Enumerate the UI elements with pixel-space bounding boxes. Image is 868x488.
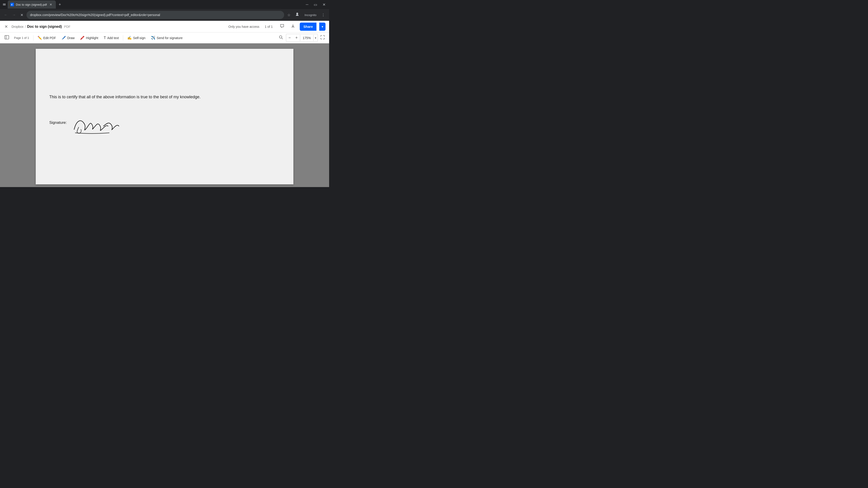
reload-button[interactable]: ✕ (19, 11, 25, 19)
breadcrumb-separator: / (25, 25, 26, 29)
breadcrumb-root-link[interactable]: Dropbox (11, 25, 24, 29)
access-text: Only you have access (228, 25, 259, 29)
send-for-signature-label: Send for signature (157, 36, 182, 40)
signature-image (70, 113, 124, 136)
svg-rect-2 (5, 35, 9, 39)
toolbar: Page 1 of 1 ✏️ Edit PDF 🖊️ Draw 🖍️ Highl… (0, 33, 329, 43)
pdf-area: This is to certify that all of the above… (0, 43, 329, 187)
tab-bar: d Doc to sign (signed).pdf ✕ + ─ ▭ ✕ (0, 0, 329, 9)
certify-text: This is to certify that all of the above… (49, 94, 280, 100)
draw-button[interactable]: 🖊️ Draw (59, 34, 77, 41)
zoom-out-button[interactable]: − (286, 34, 293, 41)
window-controls: ─ ▭ ✕ (304, 2, 327, 8)
minimize-button[interactable]: ─ (304, 2, 310, 7)
edit-pdf-button[interactable]: ✏️ Edit PDF (35, 34, 58, 41)
forward-button[interactable]: → (11, 11, 17, 18)
self-sign-button[interactable]: ✍️ Self-sign (125, 34, 148, 41)
sidebar-toggle[interactable] (3, 34, 11, 42)
svg-line-4 (282, 38, 283, 39)
browser-chrome: d Doc to sign (signed).pdf ✕ + ─ ▭ ✕ ← →… (0, 0, 329, 21)
tab-favicon: d (10, 3, 14, 6)
tab-close-button[interactable]: ✕ (49, 2, 53, 7)
svg-text:d: d (11, 3, 12, 6)
tab-list-button[interactable] (2, 2, 7, 7)
send-for-signature-button[interactable]: ✈️ Send for signature (149, 34, 185, 41)
breadcrumb: Dropbox / Doc to sign (signed) PDF (11, 25, 70, 29)
profile-button[interactable] (293, 11, 301, 19)
fullscreen-button[interactable] (319, 34, 327, 42)
comment-button[interactable] (278, 22, 286, 31)
toolbar-separator-2 (123, 35, 123, 41)
self-sign-label: Self-sign (133, 36, 145, 40)
pdf-page: This is to certify that all of the above… (36, 49, 293, 184)
app-header: ✕ Dropbox / Doc to sign (signed) PDF Onl… (0, 21, 329, 33)
add-text-button[interactable]: T Add text (101, 35, 121, 41)
incognito-label: Incognito (303, 12, 318, 18)
zoom-value[interactable]: 175% (300, 35, 313, 41)
add-text-icon: T (104, 36, 106, 40)
address-input[interactable] (26, 11, 284, 19)
close-window-button[interactable]: ✕ (321, 2, 327, 8)
page-count: 1 of 1 (265, 25, 273, 29)
search-button[interactable] (277, 34, 285, 42)
address-bar: ← → ✕ ☆ Incognito ⋮ (0, 9, 329, 21)
zoom-control: − + 175% ▾ (286, 34, 318, 42)
new-tab-button[interactable]: + (57, 1, 63, 8)
close-button[interactable]: ✕ (4, 23, 9, 30)
doc-type-label: PDF (64, 25, 70, 29)
draw-icon: 🖊️ (61, 36, 66, 40)
maximize-button[interactable]: ▭ (312, 2, 319, 8)
page-label: Page 1 of 1 (12, 35, 31, 41)
download-button[interactable] (289, 22, 297, 31)
add-text-label: Add text (107, 36, 119, 40)
share-dropdown-button[interactable]: ▾ (319, 23, 326, 31)
edit-icon: ✏️ (37, 36, 42, 40)
edit-pdf-label: Edit PDF (43, 36, 56, 40)
draw-label: Draw (67, 36, 75, 40)
highlight-label: Highlight (86, 36, 98, 40)
zoom-in-button[interactable]: + (293, 34, 300, 41)
signature-label: Signature: (49, 113, 67, 125)
signature-line: Signature: (49, 113, 280, 136)
back-button[interactable]: ← (3, 11, 9, 18)
self-sign-icon: ✍️ (127, 36, 132, 40)
highlight-icon: 🖍️ (80, 36, 85, 40)
share-button[interactable]: Share (300, 23, 316, 31)
send-signature-icon: ✈️ (151, 36, 155, 40)
tab-title: Doc to sign (signed).pdf (16, 3, 47, 6)
bookmark-button[interactable]: ☆ (286, 11, 292, 19)
svg-point-3 (279, 36, 282, 38)
breadcrumb-current: Doc to sign (signed) (27, 25, 62, 29)
zoom-dropdown[interactable]: ▾ (313, 35, 318, 41)
highlight-button[interactable]: 🖍️ Highlight (78, 34, 100, 41)
active-tab[interactable]: d Doc to sign (signed).pdf ✕ (8, 0, 56, 8)
more-button[interactable]: ⋮ (320, 11, 327, 19)
pdf-content: This is to certify that all of the above… (49, 94, 280, 136)
